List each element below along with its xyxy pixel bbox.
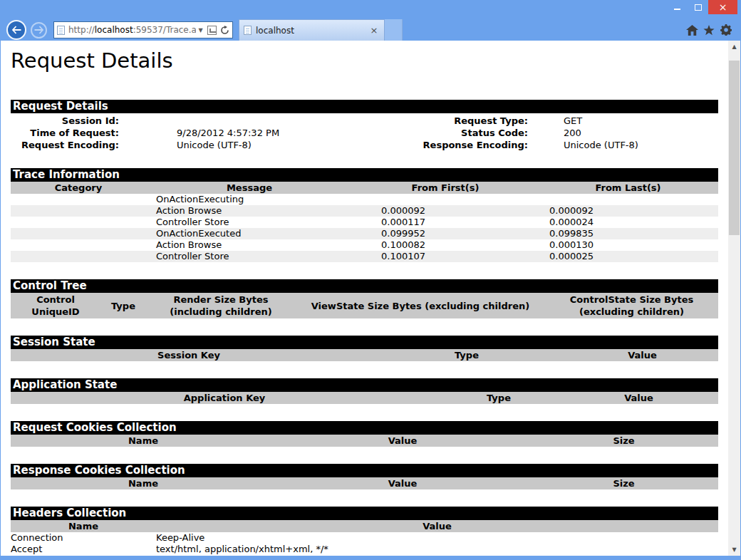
- field-label: Request Encoding:: [11, 139, 119, 151]
- column-header: Value: [156, 520, 718, 532]
- page-content: Request Details Request Details Session …: [1, 41, 740, 556]
- trace-cell: 0.000092: [353, 205, 538, 217]
- trace-cell: 0.100082: [353, 239, 538, 251]
- back-button[interactable]: [6, 20, 26, 40]
- headers-column-headers: Name Value: [11, 520, 718, 532]
- url-host: localhost: [95, 25, 133, 35]
- trace-cell: 0.000025: [538, 251, 718, 262]
- table-row: Controller Store 0.000117 0.000024: [11, 217, 718, 228]
- header-name: Connection: [11, 532, 156, 544]
- section-header: Control Tree: [11, 279, 718, 293]
- header-value: Keep-Alive: [156, 532, 718, 544]
- minimize-icon: [674, 9, 680, 10]
- trace-cell: 0.000024: [538, 217, 718, 228]
- column-header: Control UniqueID: [11, 293, 100, 318]
- maximize-button[interactable]: [688, 0, 708, 14]
- home-icon[interactable]: [683, 25, 700, 36]
- new-tab-button[interactable]: [385, 19, 403, 41]
- scroll-up-arrow-icon[interactable]: ▲: [728, 41, 740, 53]
- field-value: Unicode (UTF-8): [528, 139, 718, 151]
- field-label: Time of Request:: [11, 127, 119, 139]
- trace-cell: [11, 228, 146, 239]
- column-header: Value: [566, 349, 718, 361]
- url-path: :59537/Trace.a: [133, 25, 196, 35]
- field-label: Request Type:: [385, 115, 528, 127]
- maximize-icon: [695, 4, 702, 11]
- table-row: Connection Keep-Alive: [11, 532, 718, 544]
- trace-cell: [11, 217, 146, 228]
- tab-close-icon[interactable]: ×: [368, 25, 380, 36]
- url-text: http://localhost:59537/Trace.a: [68, 25, 196, 35]
- field-label: Response Encoding:: [385, 139, 528, 151]
- forward-arrow-icon: [33, 26, 44, 34]
- column-header: Size: [529, 435, 718, 447]
- field-value: 200: [528, 127, 718, 139]
- trace-cell: [11, 205, 146, 217]
- section-session-state: Session State Session Key Type Value: [11, 336, 718, 361]
- section-header: Response Cookies Collection: [11, 464, 718, 477]
- minimize-button[interactable]: [667, 0, 688, 14]
- scroll-down-arrow-icon[interactable]: ▼: [728, 544, 740, 556]
- field-value: GET: [528, 115, 718, 127]
- trace-cell: 0.100107: [353, 251, 538, 262]
- column-header: Type: [438, 392, 559, 404]
- column-header: ViewState Size Bytes (excluding children…: [296, 293, 545, 318]
- column-header: Message: [146, 182, 353, 194]
- field-value: [119, 115, 385, 127]
- column-header: Value: [276, 435, 529, 447]
- column-header: Value: [559, 392, 718, 404]
- title-bar: ×: [1, 0, 740, 19]
- column-header: Name: [11, 477, 276, 489]
- vertical-scrollbar[interactable]: ▲ ▼: [728, 41, 740, 556]
- column-header: Session Key: [11, 349, 367, 361]
- response-cookies-column-headers: Name Value Size: [11, 477, 718, 489]
- table-row: OnActionExecuting: [11, 194, 718, 205]
- trace-cell: [11, 194, 146, 205]
- trace-cell: [538, 194, 718, 205]
- window-bottom-border: [1, 556, 740, 560]
- tab-title: localhost: [256, 26, 368, 36]
- scrollbar-thumb[interactable]: [729, 61, 740, 235]
- trace-cell: Action Browse: [146, 239, 353, 251]
- trace-page: Request Details Request Details Session …: [1, 41, 728, 556]
- forward-button[interactable]: [31, 22, 47, 38]
- favorites-star-icon[interactable]: [700, 25, 717, 36]
- table-row: Action Browse 0.100082 0.000130: [11, 239, 718, 251]
- column-header: Category: [11, 182, 146, 194]
- column-header: Name: [11, 520, 156, 532]
- url-protocol: http://: [68, 25, 95, 35]
- request-details-table: Session Id: Request Type: GET Time of Re…: [11, 115, 718, 151]
- tab-localhost[interactable]: localhost ×: [239, 19, 385, 41]
- close-button[interactable]: ×: [708, 0, 737, 14]
- autocomplete-dropdown-icon[interactable]: ▼: [196, 27, 205, 33]
- column-header: Size: [529, 477, 718, 489]
- address-bar[interactable]: http://localhost:59537/Trace.a ▼: [53, 21, 233, 38]
- column-header: Type: [100, 293, 146, 318]
- table-row: Controller Store 0.100107 0.000025: [11, 251, 718, 262]
- settings-gear-icon[interactable]: [717, 24, 735, 36]
- request-cookies-column-headers: Name Value Size: [11, 435, 718, 447]
- section-header: Request Details: [11, 100, 718, 113]
- section-response-cookies: Response Cookies Collection Name Value S…: [11, 464, 718, 489]
- refresh-icon[interactable]: [219, 26, 230, 35]
- trace-column-headers: Category Message From First(s) From Last…: [11, 182, 718, 194]
- section-header: Session State: [11, 336, 718, 349]
- trace-cell: [11, 239, 146, 251]
- favicon: [244, 26, 252, 35]
- column-header: ControlState Size Bytes (excluding child…: [545, 293, 718, 318]
- navigation-bar: http://localhost:59537/Trace.a ▼ localho…: [1, 19, 740, 41]
- section-request-details: Request Details Session Id: Request Type…: [11, 100, 718, 151]
- back-arrow-icon: [11, 26, 22, 34]
- column-header: Render Size Bytes (including children): [146, 293, 296, 318]
- page-icon: [57, 26, 65, 35]
- trace-cell: 0.099835: [538, 228, 718, 239]
- column-header: Application Key: [11, 392, 438, 404]
- header-value: text/html, application/xhtml+xml, */*: [156, 544, 718, 555]
- section-header: Application State: [11, 378, 718, 392]
- column-header: Name: [11, 435, 276, 447]
- table-row: OnActionExecuted 0.099952 0.099835: [11, 228, 718, 239]
- table-row: Action Browse 0.000092 0.000092: [11, 205, 718, 217]
- column-header: From Last(s): [538, 182, 718, 194]
- trace-cell: Controller Store: [146, 217, 353, 228]
- compatibility-view-icon[interactable]: [207, 26, 217, 35]
